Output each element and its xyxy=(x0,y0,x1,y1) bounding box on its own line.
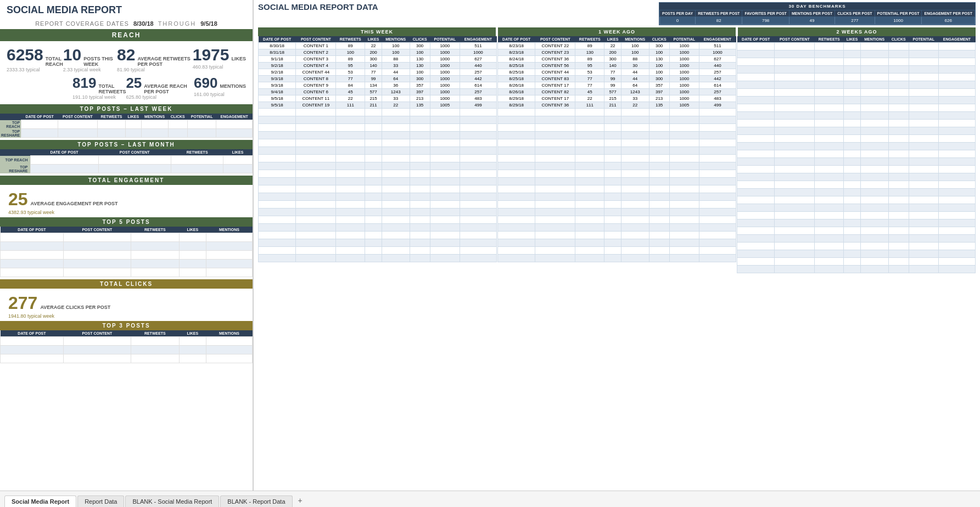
data-cell xyxy=(888,250,909,258)
data-cell xyxy=(460,132,496,139)
data-cell xyxy=(535,109,575,116)
data-cell xyxy=(909,243,938,250)
tab-blank-social-media[interactable]: BLANK - Social Media Report xyxy=(125,495,219,507)
avg-per-post-num: 25 xyxy=(126,75,142,92)
th-t5-mentions: MENTIONS xyxy=(206,227,252,233)
data-cell xyxy=(575,209,604,216)
data-cell: 100 xyxy=(382,49,410,56)
table-row xyxy=(737,235,976,243)
data-cell xyxy=(699,255,736,262)
table-row: 8/23/18CONTENT 2313020010010010001000 xyxy=(498,49,736,56)
data-cell: CONTENT 11 xyxy=(296,95,336,102)
data-cell xyxy=(410,255,430,262)
data-cell xyxy=(365,147,382,155)
table-row xyxy=(737,250,976,258)
data-cell xyxy=(498,162,535,170)
data-cell: 88 xyxy=(382,56,410,63)
tab-report-data[interactable]: Report Data xyxy=(77,495,124,507)
data-cell xyxy=(382,170,410,178)
data-cell: 1000 xyxy=(669,95,699,102)
data-cell xyxy=(844,135,860,143)
table-row xyxy=(1,337,253,346)
th-tw-date: DATE OF POST xyxy=(259,36,296,43)
data-cell: 1000 xyxy=(430,43,460,49)
table-row xyxy=(498,109,736,116)
top-reach-label-week: TOP REACH xyxy=(0,120,21,129)
data-cell xyxy=(909,235,938,243)
data-cell xyxy=(699,139,736,147)
data-cell xyxy=(382,155,410,162)
data-cell xyxy=(498,209,535,216)
data-cell xyxy=(460,116,496,124)
data-cell xyxy=(621,232,649,239)
data-cell: 440 xyxy=(460,63,496,69)
data-cell xyxy=(909,158,938,166)
data-cell xyxy=(775,66,815,74)
data-cell xyxy=(909,81,938,89)
data-cell xyxy=(604,132,621,139)
data-cell xyxy=(535,178,575,185)
data-cell: 44 xyxy=(621,76,649,82)
data-cell xyxy=(296,139,336,147)
data-cell: 215 xyxy=(365,95,382,102)
table-row xyxy=(737,204,976,212)
table-row xyxy=(259,170,497,178)
data-cell xyxy=(669,224,699,232)
data-cell xyxy=(699,185,736,193)
data-cell xyxy=(498,216,535,224)
data-cell xyxy=(382,232,410,239)
data-cell: 9/2/18 xyxy=(259,63,296,69)
data-cell xyxy=(815,158,844,166)
td-clicks xyxy=(168,120,187,129)
data-cell xyxy=(498,232,535,239)
data-cell xyxy=(844,89,860,97)
data-cell: CONTENT 6 xyxy=(296,89,336,95)
data-cell: 100 xyxy=(410,69,430,76)
data-cell: 53 xyxy=(575,69,604,76)
th-clicks-week: CLICKS xyxy=(168,114,187,120)
tab-add-button[interactable]: + xyxy=(294,494,307,507)
data-cell: 9/3/18 xyxy=(259,76,296,82)
data-cell xyxy=(775,227,815,235)
data-cell xyxy=(259,201,296,209)
th-tw-clicks: CLICKS xyxy=(410,36,430,43)
data-cell: CONTENT 17 xyxy=(535,95,575,102)
data-cell xyxy=(575,124,604,132)
data-cell xyxy=(669,132,699,139)
data-cell xyxy=(649,216,669,224)
table-row: TOP RESHARE xyxy=(0,165,253,173)
tab-bar: Social Media Report Report Data BLANK - … xyxy=(0,491,980,507)
data-cell xyxy=(410,178,430,185)
table-row xyxy=(737,150,976,158)
data-cell xyxy=(575,109,604,116)
table-row: 9/3/18CONTENT 984134363571000614 xyxy=(259,82,497,89)
data-cell xyxy=(410,232,430,239)
data-cell: 1000 xyxy=(430,95,460,102)
data-cell xyxy=(775,120,815,127)
data-cell xyxy=(737,243,775,250)
table-row xyxy=(737,212,976,219)
spacer xyxy=(496,27,497,36)
data-cell xyxy=(575,162,604,170)
this-week-table-wrap: DATE OF POST POST CONTENT RETWEETS LIKES… xyxy=(258,36,497,273)
tab-blank-report-data[interactable]: BLANK - Report Data xyxy=(220,495,292,507)
data-cell xyxy=(535,124,575,132)
data-cell: 22 xyxy=(365,43,382,49)
table-row xyxy=(737,135,976,143)
data-cell xyxy=(604,185,621,193)
td-mentions xyxy=(141,129,168,138)
data-cell xyxy=(604,255,621,262)
data-cell xyxy=(365,209,382,216)
tab-social-media-report[interactable]: Social Media Report xyxy=(4,495,76,507)
data-cell xyxy=(909,112,938,120)
data-cell xyxy=(430,247,460,255)
th-date-month: DATE OF POST xyxy=(30,149,98,156)
benchmark-header: 30 DAY BENCHMARKS xyxy=(659,3,975,10)
data-cell xyxy=(888,227,909,235)
engagement-typical: 4382.93 typical week xyxy=(8,210,244,215)
data-cell xyxy=(815,166,844,173)
likes-num: 1975 xyxy=(193,46,229,64)
data-cell xyxy=(737,127,775,135)
data-cell xyxy=(669,255,699,262)
data-cell: 1000 xyxy=(669,56,699,63)
